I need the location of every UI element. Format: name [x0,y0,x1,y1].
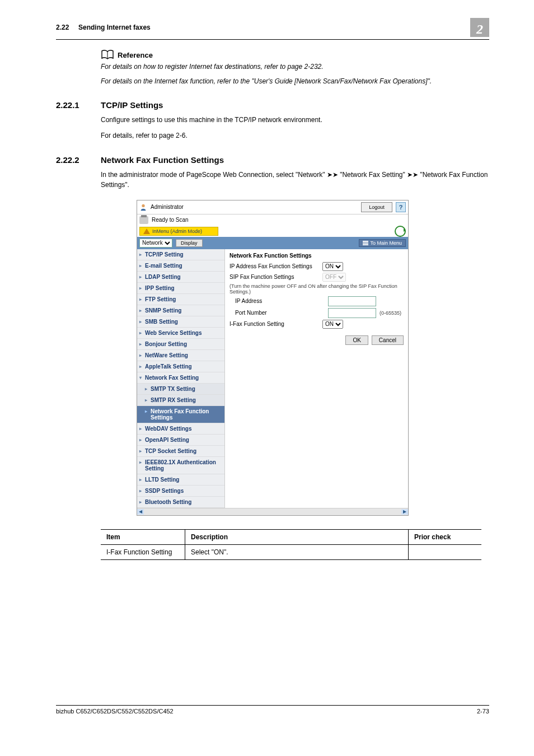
horizontal-scrollbar[interactable]: ◀ ▶ [137,508,408,515]
sip-fax-label: SIP Fax Function Settings [229,274,319,280]
sidebar: TCP/IP Setting E-mail Setting LDAP Setti… [137,249,225,508]
sidebar-item[interactable]: IPP Setting [137,283,224,294]
admin-avatar-icon [139,203,147,211]
sidebar-item[interactable]: Bonjour Setting [137,339,224,350]
ready-label: Ready to Scan [152,217,189,223]
scroll-right-icon[interactable]: ▶ [401,509,408,515]
sip-hint: (Turn the machine power OFF and ON after… [229,283,404,295]
footer-model: bizhub C652/C652DS/C552/C552DS/C452 [56,708,174,715]
mode-label: InMenu (Admin Mode) [152,228,202,234]
ifax-select[interactable]: ON [322,320,343,329]
sidebar-item[interactable]: Bluetooth Setting [137,497,224,508]
reference-label: Reference [118,51,153,59]
header-rule [56,39,489,40]
svg-point-0 [142,204,144,207]
th-prior-check: Prior check [409,529,482,544]
s1-title: TCP/IP Settings [101,100,163,110]
sidebar-subitem[interactable]: SMTP TX Setting [137,384,224,395]
td-item: I-Fax Function Setting [101,544,185,559]
ip-address-fax-select[interactable]: ON [322,262,343,271]
refresh-icon[interactable] [395,226,406,237]
content-pane: Network Fax Function Settings IP Address… [225,249,408,508]
sidebar-item[interactable]: SMB Setting [137,316,224,328]
th-item: Item [101,529,185,544]
s2-p1: In the administrator mode of PageScope W… [101,170,489,190]
ip-address-label: IP Address [229,298,325,304]
sidebar-item[interactable]: LDAP Setting [137,272,224,283]
ifax-label: I-Fax Function Setting [229,321,319,327]
chapter-badge: 2 [470,18,489,37]
sidebar-item[interactable]: TCP Socket Setting [137,446,224,457]
reference-line1: For details on how to register Internet … [101,62,489,71]
s1-p1: Configure settings to use this machine i… [101,115,489,125]
sidebar-item-network-fax[interactable]: Network Fax Setting [137,372,224,384]
td-description: Select "ON". [185,544,409,559]
th-description: Description [185,529,409,544]
to-main-menu-label: To Main Menu [370,240,402,246]
ok-button[interactable]: OK [345,335,368,345]
port-range-label: (0-65535) [380,310,401,316]
s1-num: 2.22.1 [56,100,101,110]
sidebar-item[interactable]: OpenAPI Setting [137,435,224,446]
admin-label: Administrator [151,204,358,210]
sidebar-item[interactable]: NetWare Setting [137,350,224,361]
menu-icon [363,241,368,245]
sidebar-subitem-selected[interactable]: Network Fax Function Settings [137,406,224,423]
sidebar-item[interactable]: E-mail Setting [137,260,224,272]
display-button[interactable]: Display [176,239,203,247]
to-main-menu-button[interactable]: To Main Menu [359,239,406,247]
sidebar-item[interactable]: SSDP Settings [137,486,224,497]
sidebar-subitem[interactable]: SMTP RX Setting [137,395,224,406]
sidebar-item[interactable]: Web Service Settings [137,328,224,339]
ip-address-input[interactable] [328,296,376,306]
sidebar-item[interactable]: IEEE802.1X Authentication Setting [137,457,224,474]
warning-icon [143,228,150,234]
sidebar-item[interactable]: WebDAV Settings [137,423,224,435]
footer-page: 2-73 [477,708,489,715]
td-prior-check [409,544,482,559]
book-icon [101,50,114,60]
pane-title: Network Fax Function Settings [229,253,404,259]
s2-num: 2.22.2 [56,155,101,165]
sidebar-item[interactable]: LLTD Setting [137,474,224,486]
ip-address-fax-label: IP Address Fax Function Settings [229,263,319,269]
scroll-left-icon[interactable]: ◀ [137,509,144,515]
description-table: Item Description Prior check I-Fax Funct… [101,529,481,560]
sidebar-item[interactable]: AppleTalk Setting [137,361,224,372]
sip-fax-select: OFF [322,273,346,282]
screenshot-panel: Administrator Logout ? Ready to Scan InM… [137,200,409,516]
s1-p2: For details, refer to page 2-6. [101,131,489,141]
s2-title: Network Fax Function Settings [101,155,224,165]
header-section-no: 2.22 [56,24,69,31]
printer-icon [139,216,148,224]
header-section-title: Sending Internet faxes [78,24,151,31]
category-select[interactable]: Network [139,239,172,248]
reference-line2: For details on the Internet fax function… [101,77,489,86]
cancel-button[interactable]: Cancel [372,335,404,345]
port-number-input[interactable] [328,308,376,318]
sidebar-item[interactable]: FTP Setting [137,294,224,305]
port-number-label: Port Number [229,310,325,316]
mode-tab[interactable]: InMenu (Admin Mode) [139,227,218,236]
help-button[interactable]: ? [396,202,406,212]
sidebar-item[interactable]: TCP/IP Setting [137,249,224,260]
logout-button[interactable]: Logout [361,202,392,212]
sidebar-item[interactable]: SNMP Setting [137,305,224,316]
